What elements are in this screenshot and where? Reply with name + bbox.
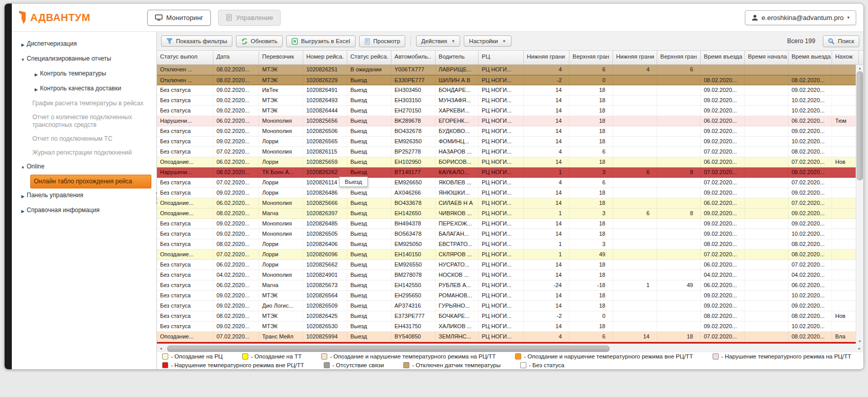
table-row[interactable]: Без статуса09.02.2020...Лорри1020826565В… xyxy=(157,137,863,147)
table-cell: Монополия xyxy=(259,270,303,280)
table-row[interactable]: Без статуса04.02.2020...Монополия1020824… xyxy=(157,270,863,280)
refresh-button[interactable]: Обновить xyxy=(236,35,283,47)
table-row[interactable]: Без статуса09.02.2020...Лорри1020826486В… xyxy=(157,188,863,198)
column-header-13[interactable]: Время въезда xyxy=(701,51,745,64)
scroll-down-icon[interactable]: ▼ xyxy=(858,338,862,345)
sidebar-item[interactable]: ▼Online xyxy=(19,160,156,175)
table-row[interactable]: Без статуса09.02.2020...Монополия1020826… xyxy=(157,229,863,239)
actions-dropdown[interactable]: Действия ▼ xyxy=(416,35,460,47)
column-header-8[interactable]: РЦ xyxy=(479,51,524,64)
table-row[interactable]: Без статуса08.02.2020...МТЭК1020826425Вы… xyxy=(157,311,863,322)
legend-item: - Отсутствие связи xyxy=(324,362,384,368)
table-row[interactable]: Без статуса07.02.2020...Монополия1020826… xyxy=(157,147,863,157)
panel-splitter[interactable]: ‹ ⋮ › xyxy=(153,191,160,205)
excel-icon xyxy=(291,38,298,45)
sidebar-item[interactable]: ▶Контроль качества доставки xyxy=(32,82,156,97)
table-cell: 09.02.2020... xyxy=(788,188,832,198)
table-cell xyxy=(745,126,788,136)
scroll-left-icon[interactable]: ◄ xyxy=(157,347,165,350)
tree-collapsed-icon[interactable]: ▶ xyxy=(19,206,27,215)
show-filters-button[interactable]: Показать фильтры xyxy=(161,35,232,47)
table-cell: ЗЕМЛЯНС... xyxy=(436,332,479,342)
table-cell xyxy=(745,106,788,116)
table-row[interactable]: Без статуса09.02.2020...Монополия1020826… xyxy=(157,126,863,137)
table-row[interactable]: Без статуса08.02.2020...Лорри1020826406В… xyxy=(157,239,863,250)
table-cell: Без статуса xyxy=(157,85,213,95)
table-cell: 18 xyxy=(569,260,613,270)
table-row[interactable]: Опоздание...06.02.2020...Монополия102082… xyxy=(157,198,863,209)
column-header-5[interactable]: Статус рейса. xyxy=(347,51,391,64)
table-row[interactable]: Без статуса07.02.2020...Лорри1020826114В… xyxy=(157,178,863,188)
user-menu-button[interactable]: e.eroshkina@advantum.pro ▾ xyxy=(745,10,856,25)
sidebar-item[interactable]: ▶Диспетчеризация xyxy=(19,37,156,52)
table-cell: AP374316 xyxy=(391,301,436,311)
table-cell xyxy=(613,157,657,167)
table-row[interactable]: Без статуса09.02.2020...Дио Логис...1020… xyxy=(157,301,863,311)
sidebar-item-label: Отчет о количестве подключенных транспор… xyxy=(32,114,153,129)
table-cell: Без статуса xyxy=(157,178,213,187)
column-header-11[interactable]: Нижняя грани xyxy=(613,51,657,64)
column-header-9[interactable]: Нижняя грани xyxy=(524,51,569,64)
table-row[interactable]: Нарушени...06.02.2020...Монополия1020825… xyxy=(157,116,863,126)
column-header-1[interactable]: Статус выпол xyxy=(157,51,213,64)
tree-collapsed-icon[interactable]: ▶ xyxy=(32,85,40,93)
table-cell: Монополия xyxy=(259,116,303,126)
sidebar-item[interactable]: Отчет по подключенным ТС xyxy=(32,132,156,146)
sidebar-item[interactable]: ▶Панель управления xyxy=(19,188,156,203)
table-row[interactable]: Опоздание...08.02.2020...Магна1020826397… xyxy=(157,209,863,219)
sidebar-item[interactable]: ▶Справочная информация xyxy=(19,203,156,218)
search-button[interactable]: Поиск xyxy=(823,35,859,47)
horizontal-scroll-thumb[interactable] xyxy=(167,346,609,352)
nav-monitoring-button[interactable]: Мониторинг xyxy=(147,10,211,26)
view-button[interactable]: Просмотр xyxy=(359,35,406,47)
column-header-6[interactable]: Автомобиль.. xyxy=(391,51,436,64)
column-header-15[interactable]: Время выезда xyxy=(788,51,832,64)
column-header-3[interactable]: Перевозчик xyxy=(259,51,303,64)
export-excel-button[interactable]: Выгрузить в Excel xyxy=(286,35,356,47)
vertical-scrollbar[interactable]: ▲ ▼ xyxy=(856,65,863,345)
sidebar-item[interactable]: Журнал регистрации подключений xyxy=(32,146,156,160)
scroll-right-icon[interactable]: ► xyxy=(856,347,863,350)
sidebar-item[interactable]: ▶Контроль температуры xyxy=(32,67,156,82)
table-row[interactable]: Опоздание...07.02.2020...Лорри1020826096… xyxy=(157,250,863,260)
vertical-scroll-thumb[interactable] xyxy=(857,71,863,180)
table-row[interactable]: Без статуса06.02.2020...Магна1020825673В… xyxy=(157,280,863,291)
sidebar-item[interactable]: Онлайн табло прохождения рейса xyxy=(30,175,151,188)
table-row[interactable]: Без статуса09.02.2020...ИвТек1020826491В… xyxy=(157,85,863,96)
nav-management-label: Управление xyxy=(236,14,273,22)
scroll-up-icon[interactable]: ▲ xyxy=(858,65,862,71)
column-header-2[interactable]: Дата xyxy=(213,51,259,64)
tree-collapsed-icon[interactable]: ▶ xyxy=(19,40,27,49)
sidebar-item[interactable]: График расчета температуры в рейсах xyxy=(32,97,156,110)
column-header-12[interactable]: Верхняя гран xyxy=(657,51,701,64)
table-row[interactable]: Без статуса09.02.2020...МТЭК1020826564Вы… xyxy=(157,291,863,301)
table-cell: Лорри xyxy=(259,260,303,270)
tree-expanded-icon[interactable]: ▼ xyxy=(19,163,27,172)
sidebar-item[interactable]: ▼Специализированные отчеты xyxy=(19,52,156,67)
table-cell xyxy=(613,239,657,249)
table-row[interactable]: Отключен ...08.02.2020...МТЭК1020826251В… xyxy=(157,65,863,75)
column-header-4[interactable]: Номер рейса. xyxy=(303,51,347,64)
settings-dropdown[interactable]: Настройки ▼ xyxy=(464,35,511,47)
tree-expanded-icon[interactable]: ▼ xyxy=(19,55,27,64)
tree-collapsed-icon[interactable]: ▶ xyxy=(32,70,40,79)
table-row[interactable]: Отключен ...08.02.2020...МТЭК1020826229В… xyxy=(157,75,863,85)
app-header: АДВАНТУМ Мониторинг xyxy=(12,4,863,32)
sidebar-item[interactable]: Отчет о количестве подключенных транспор… xyxy=(32,110,156,132)
table-row[interactable]: Нарушени...08.02.2020...ТК Бонн А...1020… xyxy=(157,167,863,178)
table-row[interactable]: Без статуса09.02.2020...МТЭК1020826493Вы… xyxy=(157,96,863,106)
column-header-16[interactable]: Нахож xyxy=(832,51,859,64)
table-row[interactable]: Без статуса09.02.2020...Монополия1020826… xyxy=(157,219,863,229)
horizontal-scrollbar[interactable]: ◄ ► xyxy=(157,345,863,352)
nav-management-button[interactable]: Управление xyxy=(218,10,281,26)
column-header-10[interactable]: Верхняя гран xyxy=(569,51,613,64)
table-row[interactable]: Без статуса06.02.2020...Лорри1020825662В… xyxy=(157,260,863,270)
table-row[interactable]: Опоздание...06.02.2020...Лорри1020825659… xyxy=(157,157,863,167)
table-row[interactable]: Опоздание...07.02.2020...Транс Мейл10208… xyxy=(157,332,863,342)
table-cell: МТЭК xyxy=(259,106,303,116)
tree-collapsed-icon[interactable]: ▶ xyxy=(19,192,27,200)
table-row[interactable]: Без статуса09.02.2020...МТЭК1020826530Вы… xyxy=(157,322,863,332)
column-header-7[interactable]: Водитель xyxy=(436,51,479,64)
column-header-14[interactable]: Время начала xyxy=(745,51,788,64)
table-row[interactable]: Без статуса09.02.2020...МТЭК1020826444Вы… xyxy=(157,106,863,116)
